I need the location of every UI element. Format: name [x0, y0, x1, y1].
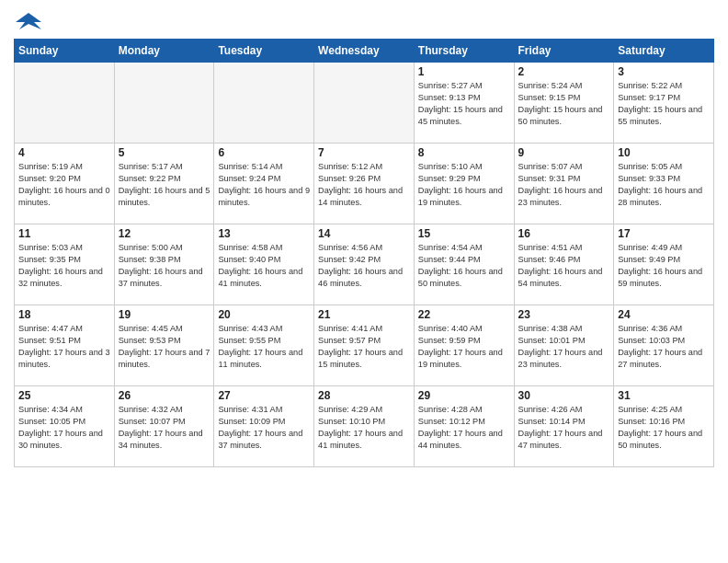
table-row: 5Sunrise: 5:17 AMSunset: 9:22 PMDaylight…	[114, 144, 214, 224]
table-row: 6Sunrise: 5:14 AMSunset: 9:24 PMDaylight…	[214, 144, 314, 224]
table-row: 30Sunrise: 4:26 AMSunset: 10:14 PMDaylig…	[514, 386, 614, 467]
table-row: 22Sunrise: 4:40 AMSunset: 9:59 PMDayligh…	[414, 305, 514, 386]
day-info: Sunrise: 4:32 AMSunset: 10:07 PMDaylight…	[119, 404, 210, 452]
logo-bird-icon	[16, 9, 41, 35]
col-friday: Friday	[514, 40, 614, 63]
table-row: 20Sunrise: 4:43 AMSunset: 9:55 PMDayligh…	[214, 305, 314, 386]
day-info: Sunrise: 5:07 AMSunset: 9:31 PMDaylight:…	[518, 161, 610, 209]
table-row: 25Sunrise: 4:34 AMSunset: 10:05 PMDaylig…	[15, 386, 115, 467]
day-info: Sunrise: 4:25 AMSunset: 10:16 PMDaylight…	[618, 404, 710, 452]
header	[14, 9, 714, 31]
day-number: 2	[518, 65, 610, 78]
col-thursday: Thursday	[414, 40, 514, 63]
day-number: 22	[418, 308, 510, 321]
day-number: 6	[218, 146, 310, 159]
day-number: 19	[119, 308, 210, 321]
day-number: 5	[119, 146, 210, 159]
table-row: 11Sunrise: 5:03 AMSunset: 9:35 PMDayligh…	[15, 224, 115, 305]
day-info: Sunrise: 4:28 AMSunset: 10:12 PMDaylight…	[418, 404, 510, 452]
day-number: 31	[618, 389, 710, 402]
day-info: Sunrise: 5:27 AMSunset: 9:13 PMDaylight:…	[418, 80, 510, 128]
table-row	[114, 63, 214, 144]
day-number: 21	[318, 308, 410, 321]
day-info: Sunrise: 5:10 AMSunset: 9:29 PMDaylight:…	[418, 161, 510, 209]
day-number: 18	[18, 308, 110, 321]
calendar-week-row: 11Sunrise: 5:03 AMSunset: 9:35 PMDayligh…	[15, 224, 714, 305]
table-row	[15, 63, 115, 144]
table-row: 3Sunrise: 5:22 AMSunset: 9:17 PMDaylight…	[614, 63, 714, 144]
day-number: 11	[18, 227, 110, 240]
day-number: 10	[618, 146, 710, 159]
day-number: 28	[318, 389, 410, 402]
day-info: Sunrise: 4:38 AMSunset: 10:01 PMDaylight…	[518, 323, 610, 371]
day-info: Sunrise: 4:41 AMSunset: 9:57 PMDaylight:…	[318, 323, 410, 371]
logo	[14, 9, 41, 31]
day-number: 3	[618, 65, 710, 78]
day-info: Sunrise: 4:51 AMSunset: 9:46 PMDaylight:…	[518, 242, 610, 290]
logo-text	[14, 9, 41, 31]
col-monday: Monday	[114, 40, 214, 63]
col-sunday: Sunday	[15, 40, 115, 63]
table-row: 15Sunrise: 4:54 AMSunset: 9:44 PMDayligh…	[414, 224, 514, 305]
table-row: 21Sunrise: 4:41 AMSunset: 9:57 PMDayligh…	[314, 305, 415, 386]
day-info: Sunrise: 5:05 AMSunset: 9:33 PMDaylight:…	[618, 161, 710, 209]
day-info: Sunrise: 5:22 AMSunset: 9:17 PMDaylight:…	[618, 80, 710, 128]
table-row: 7Sunrise: 5:12 AMSunset: 9:26 PMDaylight…	[314, 144, 415, 224]
day-number: 14	[318, 227, 410, 240]
day-number: 15	[418, 227, 510, 240]
day-number: 12	[119, 227, 210, 240]
calendar-header-row: Sunday Monday Tuesday Wednesday Thursday…	[15, 40, 714, 63]
day-info: Sunrise: 4:31 AMSunset: 10:09 PMDaylight…	[218, 404, 310, 452]
calendar-week-row: 4Sunrise: 5:19 AMSunset: 9:20 PMDaylight…	[15, 144, 714, 224]
day-info: Sunrise: 4:49 AMSunset: 9:49 PMDaylight:…	[618, 242, 710, 290]
table-row: 16Sunrise: 4:51 AMSunset: 9:46 PMDayligh…	[514, 224, 614, 305]
day-number: 9	[518, 146, 610, 159]
day-number: 23	[518, 308, 610, 321]
day-info: Sunrise: 5:12 AMSunset: 9:26 PMDaylight:…	[318, 161, 410, 209]
calendar-week-row: 1Sunrise: 5:27 AMSunset: 9:13 PMDaylight…	[15, 63, 714, 144]
table-row: 9Sunrise: 5:07 AMSunset: 9:31 PMDaylight…	[514, 144, 614, 224]
col-saturday: Saturday	[614, 40, 714, 63]
day-info: Sunrise: 4:29 AMSunset: 10:10 PMDaylight…	[318, 404, 410, 452]
table-row: 23Sunrise: 4:38 AMSunset: 10:01 PMDaylig…	[514, 305, 614, 386]
day-info: Sunrise: 4:40 AMSunset: 9:59 PMDaylight:…	[418, 323, 510, 371]
table-row: 4Sunrise: 5:19 AMSunset: 9:20 PMDaylight…	[15, 144, 115, 224]
table-row: 13Sunrise: 4:58 AMSunset: 9:40 PMDayligh…	[214, 224, 314, 305]
table-row: 28Sunrise: 4:29 AMSunset: 10:10 PMDaylig…	[314, 386, 415, 467]
day-info: Sunrise: 4:43 AMSunset: 9:55 PMDaylight:…	[218, 323, 310, 371]
table-row: 31Sunrise: 4:25 AMSunset: 10:16 PMDaylig…	[614, 386, 714, 467]
day-info: Sunrise: 5:19 AMSunset: 9:20 PMDaylight:…	[18, 161, 110, 209]
page: Sunday Monday Tuesday Wednesday Thursday…	[0, 0, 728, 563]
day-number: 29	[418, 389, 510, 402]
day-number: 26	[119, 389, 210, 402]
day-info: Sunrise: 5:00 AMSunset: 9:38 PMDaylight:…	[119, 242, 210, 290]
table-row: 27Sunrise: 4:31 AMSunset: 10:09 PMDaylig…	[214, 386, 314, 467]
day-info: Sunrise: 4:54 AMSunset: 9:44 PMDaylight:…	[418, 242, 510, 290]
day-number: 7	[318, 146, 410, 159]
table-row: 26Sunrise: 4:32 AMSunset: 10:07 PMDaylig…	[114, 386, 214, 467]
day-number: 17	[618, 227, 710, 240]
table-row: 10Sunrise: 5:05 AMSunset: 9:33 PMDayligh…	[614, 144, 714, 224]
col-wednesday: Wednesday	[314, 40, 415, 63]
day-info: Sunrise: 5:03 AMSunset: 9:35 PMDaylight:…	[18, 242, 110, 290]
day-info: Sunrise: 5:24 AMSunset: 9:15 PMDaylight:…	[518, 80, 610, 128]
table-row	[314, 63, 415, 144]
svg-marker-0	[16, 13, 41, 29]
day-number: 4	[18, 146, 110, 159]
day-number: 13	[218, 227, 310, 240]
day-number: 1	[418, 65, 510, 78]
table-row: 29Sunrise: 4:28 AMSunset: 10:12 PMDaylig…	[414, 386, 514, 467]
table-row: 12Sunrise: 5:00 AMSunset: 9:38 PMDayligh…	[114, 224, 214, 305]
day-number: 30	[518, 389, 610, 402]
table-row: 2Sunrise: 5:24 AMSunset: 9:15 PMDaylight…	[514, 63, 614, 144]
day-info: Sunrise: 4:56 AMSunset: 9:42 PMDaylight:…	[318, 242, 410, 290]
table-row: 24Sunrise: 4:36 AMSunset: 10:03 PMDaylig…	[614, 305, 714, 386]
day-number: 27	[218, 389, 310, 402]
day-info: Sunrise: 4:34 AMSunset: 10:05 PMDaylight…	[18, 404, 110, 452]
day-number: 8	[418, 146, 510, 159]
day-info: Sunrise: 5:14 AMSunset: 9:24 PMDaylight:…	[218, 161, 310, 209]
table-row: 17Sunrise: 4:49 AMSunset: 9:49 PMDayligh…	[614, 224, 714, 305]
day-info: Sunrise: 4:26 AMSunset: 10:14 PMDaylight…	[518, 404, 610, 452]
col-tuesday: Tuesday	[214, 40, 314, 63]
calendar-week-row: 25Sunrise: 4:34 AMSunset: 10:05 PMDaylig…	[15, 386, 714, 467]
